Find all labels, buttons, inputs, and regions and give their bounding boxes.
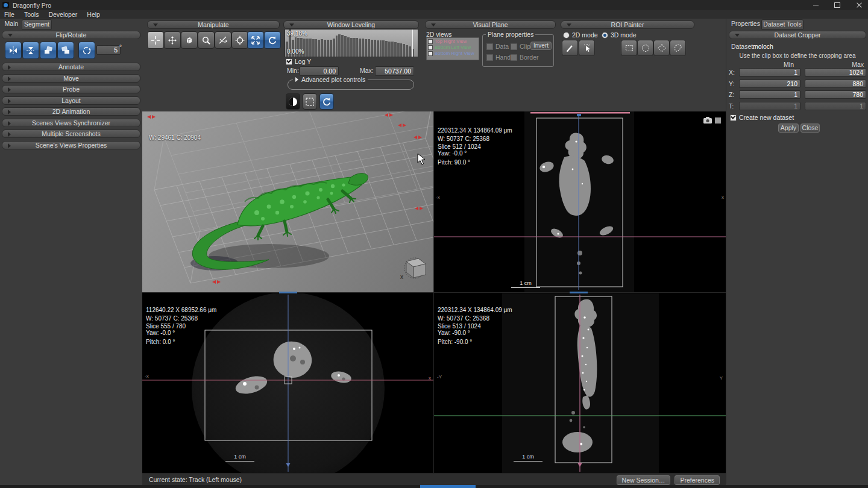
viewport-bottom-right[interactable]: 220312.34 X 134864.09 μm W: 50737 C: 253…	[434, 293, 726, 473]
manipulate-panel-header[interactable]: Manipulate	[147, 20, 280, 29]
rotate-3d-tool-button[interactable]	[215, 31, 231, 49]
polygon-roi-button[interactable]	[653, 40, 670, 56]
crop-min-input[interactable]: 1	[739, 90, 800, 99]
sidebar-panel-move[interactable]: Move	[2, 74, 140, 83]
clip-checkbox[interactable]	[511, 43, 517, 50]
menu-help[interactable]: Help	[87, 11, 100, 18]
border-checkbox[interactable]	[511, 54, 517, 61]
dataset-cropper-header[interactable]: Dataset Cropper	[729, 31, 866, 39]
sidebar-panel-scenes-views-synchronizer[interactable]: Scenes Views Synchronizer	[2, 119, 140, 127]
menu-tools[interactable]: Tools	[24, 11, 39, 18]
crop-max-input[interactable]: 880	[805, 80, 866, 88]
sidebar-panel-layout[interactable]: Layout	[2, 96, 140, 105]
histogram-max-marker[interactable]	[412, 30, 413, 57]
tab-main[interactable]: Main	[2, 19, 20, 28]
sidebar-panel-2d-animation[interactable]: 2D Animation	[2, 107, 140, 116]
taskbar-strip[interactable]	[0, 485, 868, 488]
view-visibility-checkbox[interactable]	[428, 39, 433, 44]
viewport-divider-horizontal[interactable]	[142, 292, 726, 293]
free-rotate-button[interactable]	[78, 42, 95, 59]
lasso-roi-button[interactable]	[670, 40, 686, 56]
brush-tool-button[interactable]	[562, 40, 578, 56]
flip-rotate-panel-header[interactable]: Flip/Rotate	[2, 31, 140, 39]
view-list-item[interactable]: Bottom Left View	[428, 45, 477, 51]
close-cropper-button[interactable]: Close	[800, 124, 820, 133]
close-button[interactable]	[850, 0, 868, 10]
visual-plane-panel-header[interactable]: Visual Plane	[425, 20, 556, 29]
circle-roi-button[interactable]	[637, 40, 653, 56]
translate-tool-button[interactable]	[164, 31, 181, 49]
sidebar-panel-annotate[interactable]: Annotate	[2, 63, 140, 71]
region-select-button[interactable]	[303, 93, 317, 110]
reset-leveling-button[interactable]	[319, 93, 334, 110]
window-leveling-histogram[interactable]: 39.18% 0.00%	[285, 29, 418, 57]
center-tool-button[interactable]	[231, 31, 248, 49]
viewport-bottom-left[interactable]: 112640.22 X 68952.66 μm W: 50737 C: 2536…	[142, 293, 433, 473]
minimize-button[interactable]	[807, 0, 825, 10]
crop-min-input[interactable]: 1	[739, 102, 800, 110]
dataset-name[interactable]: moloch	[753, 43, 773, 50]
2d-mode-radio[interactable]	[563, 32, 570, 39]
apply-button[interactable]: Apply	[778, 124, 799, 133]
tab-properties[interactable]: Properties	[731, 19, 760, 28]
track-tool-button[interactable]	[147, 31, 164, 49]
smart-select-tool-button[interactable]	[579, 40, 595, 56]
crop-max-input[interactable]: 1024	[805, 68, 866, 77]
crop-min-input[interactable]: 210	[739, 80, 800, 88]
view-visibility-checkbox[interactable]	[428, 51, 433, 56]
crop-max-input[interactable]: 780	[805, 90, 866, 99]
data-checkbox[interactable]	[486, 43, 493, 50]
rotate-left-button[interactable]	[40, 42, 57, 59]
sidebar-panel-multiple-screenshots[interactable]: Multiple Screenshots	[2, 130, 140, 138]
create-new-dataset-checkbox[interactable]	[730, 114, 737, 121]
histogram-bar	[338, 34, 341, 57]
advanced-plot-controls[interactable]: Advanced plot controls	[288, 80, 414, 90]
flip-horizontal-button[interactable]	[5, 42, 22, 59]
viewport-top-right[interactable]: 220312.34 X 134864.09 μm W: 50737 C: 253…	[434, 111, 726, 292]
menu-file[interactable]: File	[4, 11, 14, 18]
sidebar-panel-scene-s-views-properties[interactable]: Scene's Views Properties	[2, 141, 140, 149]
flip-vertical-button[interactable]	[22, 42, 39, 59]
viewport-3d[interactable]: x W: 29461 C: 20904	[142, 111, 433, 292]
handle-checkbox[interactable]	[486, 54, 493, 61]
camera-icon[interactable]	[703, 116, 721, 124]
clip-tool-button[interactable]	[181, 31, 198, 49]
menu-developer[interactable]: Developer	[48, 11, 77, 18]
rotation-angle-input[interactable]: 5	[96, 45, 121, 55]
expand-icon	[8, 121, 11, 126]
new-session-button[interactable]: New Session…	[617, 475, 671, 485]
view-list-item[interactable]: Bottom Right View	[428, 51, 477, 57]
histogram-bar	[406, 45, 408, 57]
zoom-tool-button[interactable]	[198, 31, 215, 49]
expand-icon	[8, 110, 11, 114]
preferences-button[interactable]: Preferences	[675, 475, 720, 485]
view-list-item[interactable]: Top Right View	[428, 39, 477, 45]
window-leveling-panel-header[interactable]: Window Leveling	[283, 20, 419, 29]
2d-views-list[interactable]: Top Right ViewBottom Left ViewBottom Rig…	[426, 37, 479, 60]
min-value-input[interactable]: 0.00	[300, 66, 339, 76]
rotate-right-button[interactable]	[57, 42, 74, 59]
expand-icon	[8, 65, 11, 70]
pitch-overlay: Pitch: 90.0 °	[438, 159, 470, 166]
divider-handle[interactable]	[279, 292, 297, 293]
fit-view-button[interactable]	[247, 31, 264, 49]
divider-handle[interactable]	[570, 292, 588, 293]
max-value-input[interactable]: 50737.00	[375, 66, 414, 76]
rect-roi-button[interactable]	[621, 40, 637, 56]
reset-rotation-button[interactable]	[264, 31, 281, 49]
invert-button[interactable]: Invert	[530, 42, 552, 50]
histogram-bar	[400, 43, 403, 57]
crop-max-input[interactable]: 1	[805, 102, 866, 110]
maximize-button[interactable]	[828, 0, 846, 10]
tab-segment[interactable]: Segment	[22, 19, 52, 30]
crop-min-input[interactable]: 1	[739, 68, 800, 77]
sidebar-panel-probe[interactable]: Probe	[2, 85, 140, 93]
view-visibility-checkbox[interactable]	[428, 45, 433, 50]
3d-mode-radio[interactable]	[602, 32, 608, 39]
tab-dataset-tools[interactable]: Dataset Tools	[761, 19, 804, 30]
taskbar-active-segment[interactable]	[420, 485, 476, 488]
invert-contrast-button[interactable]	[286, 93, 300, 110]
axis-label-left: -x	[145, 374, 149, 379]
roi-painter-panel-header[interactable]: ROI Painter	[561, 20, 694, 29]
log-y-checkbox[interactable]	[286, 58, 292, 65]
